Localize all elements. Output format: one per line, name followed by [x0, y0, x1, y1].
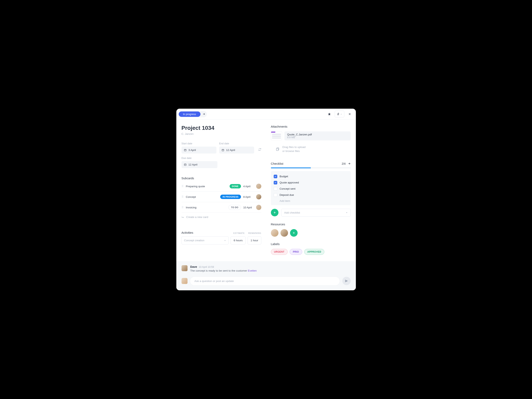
svg-rect-0 — [184, 149, 186, 151]
upload-dropzone[interactable]: Drag files to upload or browse files — [271, 142, 351, 153]
assignee-avatar[interactable] — [256, 194, 261, 200]
subcard-row[interactable]: ⠿ Invoicing TO DO 10 April — [182, 202, 261, 213]
checklist-body: Budget Quote approved Concept sent Depos… — [271, 171, 351, 205]
resource-avatar[interactable] — [271, 229, 279, 237]
end-date-input[interactable]: 12 April — [219, 147, 254, 154]
calendar-icon — [184, 163, 186, 166]
status-advance-button[interactable] — [201, 112, 206, 117]
card-body: Project 1034 C. Janzen Start date 3 Apri… — [176, 120, 356, 261]
checklist-section: Checklist 2/4 Budget Quot — [271, 162, 351, 217]
resources-title: Resources — [271, 223, 351, 226]
activities-section: Activities ESTIMATE REMAINING Concept cr… — [182, 231, 261, 244]
activity-select[interactable]: Concept creation — [182, 236, 229, 244]
current-user-avatar — [182, 278, 188, 284]
checklist-item: Deposit due — [274, 193, 348, 197]
comment-timestamp: 10 April 10:59 — [199, 266, 214, 268]
upload-text: Drag files to upload or browse files — [282, 145, 306, 153]
status-switcher[interactable]: In progress — [178, 111, 207, 117]
activity-select-value: Concept creation — [184, 239, 204, 242]
checklist-item: Budget — [274, 175, 348, 178]
favorite-button[interactable] — [326, 111, 333, 118]
checkbox[interactable] — [274, 187, 277, 191]
end-date-value: 12 April — [226, 149, 235, 151]
attachment-item[interactable]: Quote_C.Janzen.pdf 8.8 MB — [271, 131, 351, 140]
remaining-column-label: REMAINING — [248, 232, 261, 234]
end-date-field: End date 12 April — [219, 142, 254, 154]
add-checklist-button[interactable] — [271, 209, 279, 216]
card-header: In progress — [176, 109, 356, 120]
calendar-icon — [222, 149, 224, 151]
remaining-value[interactable]: 1 hour — [247, 236, 261, 244]
end-date-label: End date — [219, 142, 254, 145]
compose-row: Ask a question or post an update — [182, 277, 351, 286]
status-pill: In progress — [179, 112, 201, 117]
status-badge: DONE — [230, 184, 241, 188]
checklist-item-label: Quote approved — [280, 181, 299, 184]
add-checklist-select[interactable]: Add checklist — [281, 209, 351, 217]
drag-handle-icon[interactable]: ⠿ — [182, 195, 184, 198]
add-checklist-item[interactable]: Add item — [274, 200, 348, 202]
checklist-title: Checklist — [271, 162, 284, 166]
recurring-button[interactable] — [258, 148, 261, 151]
checklist-item-label: Deposit due — [280, 193, 294, 196]
compose-input[interactable]: Ask a question or post an update — [190, 277, 340, 286]
comment-avatar[interactable] — [182, 265, 188, 271]
plus-icon — [292, 231, 295, 235]
due-date-label: Due date — [182, 157, 217, 160]
drag-handle-icon[interactable]: ⠿ — [182, 185, 184, 188]
subcard-row[interactable]: ⠿ Concept IN PROGRESS 8 April — [182, 192, 261, 202]
send-button[interactable] — [342, 277, 351, 285]
estimate-column-label: ESTIMATE — [233, 232, 245, 234]
subcard-date: 8 April — [243, 195, 254, 198]
checkbox[interactable] — [274, 175, 277, 178]
subcard-row[interactable]: ⠿ Preparing quote DONE 4 April — [182, 181, 261, 192]
file-info: Quote_C.Janzen.pdf 8.8 MB — [285, 131, 351, 140]
checkbox[interactable] — [274, 181, 277, 184]
upload-line1: Drag files to upload — [282, 145, 306, 149]
subcards-section: Subcards ⠿ Preparing quote DONE 4 April … — [182, 176, 261, 218]
add-resource-button[interactable] — [290, 229, 298, 237]
svg-rect-1 — [222, 149, 224, 151]
send-icon — [345, 279, 348, 283]
dates-row: Start date 3 April End date 12 Ap — [182, 142, 261, 154]
checklist-expand-button[interactable] — [348, 162, 351, 165]
checklist-progress — [271, 168, 351, 168]
create-subcard-button[interactable]: Create a new card — [182, 213, 261, 218]
due-date-row: Due date 12 April — [182, 157, 261, 168]
checklist-item-label: Concept sent — [280, 187, 296, 190]
label-urgent[interactable]: URGENT — [271, 249, 288, 255]
comment: Dave 10 April 10:59 The concept is ready… — [182, 265, 351, 272]
start-date-value: 3 April — [189, 149, 196, 151]
assignee-avatar[interactable] — [256, 184, 261, 189]
label-prio[interactable]: PRIO — [290, 249, 302, 255]
bolt-icon — [337, 113, 340, 115]
label-approved[interactable]: APPROVED — [304, 249, 324, 255]
left-column: Project 1034 C. Janzen Start date 3 Apri… — [182, 125, 261, 255]
chevron-down-icon — [346, 212, 348, 213]
calendar-icon — [184, 149, 186, 151]
status-badge: IN PROGRESS — [220, 195, 241, 199]
close-button[interactable] — [346, 111, 353, 118]
comment-mention[interactable]: Evelien — [248, 269, 257, 272]
progress-fill — [271, 168, 311, 168]
checkbox[interactable] — [274, 193, 277, 197]
assignee-avatar[interactable] — [256, 205, 261, 210]
subcard-name: Invoicing — [186, 206, 226, 209]
refresh-icon — [258, 148, 261, 151]
due-date-value: 12 April — [189, 163, 197, 166]
automation-dropdown[interactable] — [335, 111, 344, 118]
header-actions — [326, 111, 353, 118]
subcard-date: 4 April — [243, 185, 254, 188]
start-date-input[interactable]: 3 April — [182, 147, 216, 154]
checklist-count: 2/4 — [342, 162, 346, 165]
estimate-value[interactable]: 6 hours — [231, 236, 246, 244]
start-date-field: Start date 3 April — [182, 142, 216, 154]
due-date-input[interactable]: 12 April — [182, 161, 217, 168]
project-owner: C. Janzen — [182, 132, 261, 135]
subcard-date: 10 April — [243, 206, 254, 209]
chevron-down-icon — [340, 113, 342, 115]
drag-handle-icon[interactable]: ⠿ — [182, 206, 184, 209]
create-arrow-icon — [182, 216, 184, 218]
start-date-label: Start date — [182, 142, 216, 145]
resource-avatar[interactable] — [280, 229, 288, 237]
